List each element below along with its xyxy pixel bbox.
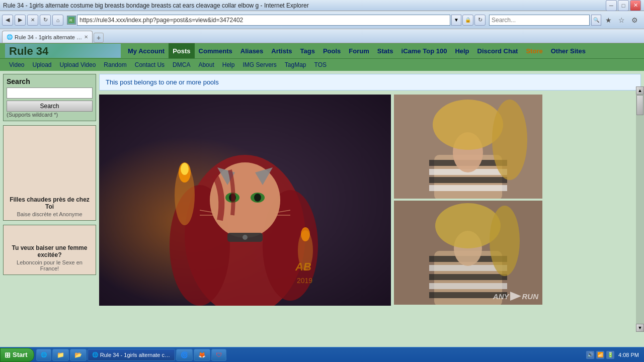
favorites-button[interactable]: ★ xyxy=(603,15,614,26)
vertical-scrollbar[interactable]: ▲ ▼ xyxy=(636,86,644,332)
search-input[interactable] xyxy=(7,87,93,99)
svg-rect-43 xyxy=(429,283,507,289)
nav-img-servers[interactable]: IMG Servers xyxy=(238,61,280,68)
back-button[interactable]: ◀ xyxy=(2,15,13,26)
svg-rect-33 xyxy=(429,185,507,191)
address-go-button[interactable]: ▼ xyxy=(451,15,461,26)
refresh-button[interactable]: ↻ xyxy=(40,15,51,26)
browser-search-button[interactable]: 🔍 xyxy=(591,15,601,26)
post-image-svg: AB 2019 xyxy=(99,95,391,306)
primary-nav: Rule 34 My Account Posts Comments Aliase… xyxy=(0,43,644,58)
thumb1-svg xyxy=(394,95,542,199)
nav-upload-video[interactable]: Upload Video xyxy=(56,61,100,68)
svg-point-18 xyxy=(181,163,189,175)
search-section: Search Search (Supports wildcard *) xyxy=(3,74,96,121)
address-input[interactable] xyxy=(77,15,450,26)
browser-toolbar: ◀ ▶ ✕ ↻ ⌂ R ▼ 🔒 ↻ 🔍 ★ ☆ ⚙ xyxy=(0,11,644,29)
nav-upload[interactable]: Upload xyxy=(28,61,55,68)
page-content: Rule 34 My Account Posts Comments Aliase… xyxy=(0,43,644,347)
browser-titlebar: Rule 34 - 1girls alternate costume big b… xyxy=(0,0,644,11)
svg-text:AB: AB xyxy=(295,260,311,273)
ad-box-1[interactable]: Filles chaudes près de chez Toi Baise di… xyxy=(3,125,96,221)
favicon: R xyxy=(67,16,76,25)
anyrun-watermark: ANY RUN xyxy=(493,292,538,301)
nav-aliases[interactable]: Aliases xyxy=(236,43,268,58)
add-favorites-button[interactable]: ☆ xyxy=(616,15,627,26)
nav-my-account[interactable]: My Account xyxy=(124,43,169,58)
active-tab[interactable]: 🌐 Rule 34 - 1girls alternate cos... ✕ xyxy=(2,31,93,43)
sidebar: Search Search (Supports wildcard *) Fill… xyxy=(3,74,96,306)
ad2-title: Tu veux baiser une femme excitée? xyxy=(8,244,92,258)
security-button[interactable]: 🔒 xyxy=(462,15,473,26)
svg-marker-48 xyxy=(510,292,521,301)
minimize-button[interactable]: ─ xyxy=(606,0,617,11)
home-button[interactable]: ⌂ xyxy=(52,15,63,26)
nav-store[interactable]: Store xyxy=(522,43,546,58)
svg-text:2019: 2019 xyxy=(297,277,312,285)
anyrun-play-icon xyxy=(510,292,521,301)
nav-video[interactable]: Video xyxy=(5,61,28,68)
scroll-track[interactable] xyxy=(636,95,644,324)
ad1-title: Filles chaudes près de chez Toi xyxy=(8,196,92,210)
nav-forum[interactable]: Forum xyxy=(345,43,373,58)
logo-text[interactable]: Rule 34 xyxy=(5,44,121,58)
nav-stats[interactable]: Stats xyxy=(373,43,397,58)
nav-other-sites[interactable]: Other Sites xyxy=(547,43,590,58)
nav-about[interactable]: About xyxy=(194,61,218,68)
stop-button[interactable]: ✕ xyxy=(27,15,38,26)
nav-icame[interactable]: iCame Top 100 xyxy=(397,43,451,58)
nav-tags[interactable]: Tags xyxy=(296,43,319,58)
nav-pools[interactable]: Pools xyxy=(319,43,345,58)
address-bar-container: R ▼ 🔒 ↻ xyxy=(67,15,486,26)
svg-point-47 xyxy=(490,206,520,276)
nav-random[interactable]: Random xyxy=(100,61,130,68)
search-button[interactable]: Search xyxy=(7,101,93,112)
reload-button[interactable]: ↻ xyxy=(474,15,486,26)
svg-rect-42 xyxy=(429,274,507,280)
thumb-image-1[interactable] xyxy=(394,95,542,199)
main-layout: Search Search (Supports wildcard *) Fill… xyxy=(0,71,644,309)
forward-button[interactable]: ▶ xyxy=(15,15,26,26)
svg-point-36 xyxy=(492,100,527,180)
new-tab-button[interactable]: + xyxy=(94,33,104,43)
nav-dmca[interactable]: DMCA xyxy=(169,61,194,68)
tab-close-button[interactable]: ✕ xyxy=(84,34,88,40)
ad-box-2[interactable]: Tu veux baiser une femme excitée? Lebonc… xyxy=(3,225,96,275)
nav-tagmap[interactable]: TagMap xyxy=(281,61,310,68)
thumb-image-2[interactable]: ANY RUN xyxy=(394,201,542,305)
ad2-subtitle: Leboncoin pour le Sexe en France! xyxy=(8,259,92,272)
nav-discord[interactable]: Discord Chat xyxy=(473,43,522,58)
thumbnail-images: ANY RUN xyxy=(394,95,542,306)
post-area: This post belongs to one or more pools xyxy=(99,74,641,306)
nav-comments[interactable]: Comments xyxy=(195,43,236,58)
tab-bar: 🌐 Rule 34 - 1girls alternate cos... ✕ + xyxy=(0,29,644,43)
main-post-image[interactable]: AB 2019 xyxy=(99,95,391,306)
pool-notice: This post belongs to one or more pools xyxy=(99,74,641,90)
post-images: AB 2019 xyxy=(99,95,641,306)
ad1-subtitle: Baise discrète et Anonyme xyxy=(8,211,92,217)
browser-icons: ★ ☆ ⚙ xyxy=(603,15,642,26)
scroll-thumb[interactable] xyxy=(636,95,643,115)
anyrun-text: ANY xyxy=(493,292,509,301)
scroll-down-button[interactable]: ▼ xyxy=(636,324,644,332)
tools-button[interactable]: ⚙ xyxy=(629,15,640,26)
wildcard-note: (Supports wildcard *) xyxy=(7,112,93,118)
window-title: Rule 34 - 1girls alternate costume big b… xyxy=(3,2,606,9)
svg-point-20 xyxy=(301,227,310,241)
nav-posts[interactable]: Posts xyxy=(169,43,194,58)
thumb2-svg xyxy=(394,201,542,305)
browser-search-input[interactable] xyxy=(489,15,590,26)
nav-tos[interactable]: TOS xyxy=(310,61,331,68)
nav-artists[interactable]: Artists xyxy=(267,43,296,58)
svg-point-15 xyxy=(243,235,248,240)
restore-button[interactable]: □ xyxy=(618,0,629,11)
nav-help[interactable]: Help xyxy=(451,43,473,58)
search-title: Search xyxy=(7,77,93,85)
secondary-nav: Video Upload Upload Video Random Contact… xyxy=(0,58,644,71)
nav-contact[interactable]: Contact Us xyxy=(131,61,169,68)
close-button[interactable]: ✕ xyxy=(630,0,641,11)
anyrun-run-text: RUN xyxy=(522,292,539,301)
scroll-up-button[interactable]: ▲ xyxy=(636,86,644,95)
svg-point-13 xyxy=(254,194,261,202)
nav-help2[interactable]: Help xyxy=(218,61,239,68)
